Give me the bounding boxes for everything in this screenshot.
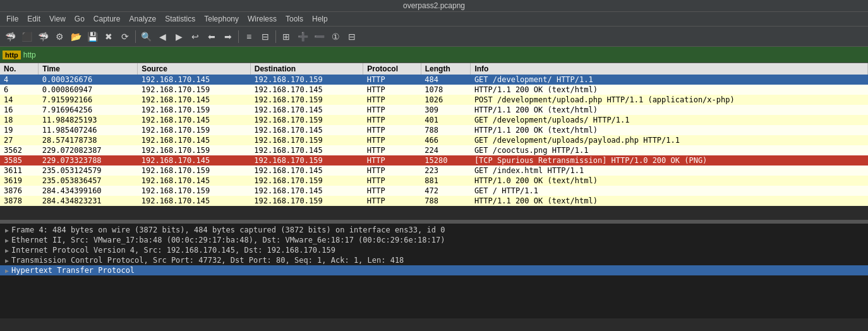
cell-info: GET / HTTP/1.1 [471,186,868,196]
detail-row[interactable]: ▶Internet Protocol Version 4, Src: 192.1… [0,245,868,255]
col-header-time[interactable]: Time [39,63,138,75]
cell-no: 3878 [0,196,39,206]
table-row[interactable]: 40.000326676192.168.170.145192.168.170.1… [0,75,868,85]
table-row[interactable]: 3876284.434399160192.168.170.159192.168.… [0,186,868,196]
detail-row[interactable]: ▶Transmission Control Protocol, Src Port… [0,255,868,265]
cell-length: 484 [421,75,471,85]
menu-item-statistics[interactable]: Statistics [161,13,199,25]
toolbar-btn-9[interactable]: 🔍 [138,29,154,44]
toolbar-btn-0[interactable]: 🦈 [3,29,18,44]
table-row[interactable]: 60.000860947192.168.170.159192.168.170.1… [0,85,868,95]
expand-icon[interactable]: ▶ [5,227,9,234]
toolbar-btn-14[interactable]: ➡ [220,29,236,44]
packet-table: No.TimeSourceDestinationProtocolLengthIn… [0,63,868,206]
detail-row[interactable]: ▶Frame 4: 484 bytes on wire (3872 bits),… [0,225,868,235]
menu-bar: FileEditViewGoCaptureAnalyzeStatisticsTe… [0,12,868,27]
cell-destination: 192.168.170.145 [250,145,363,155]
toolbar-btn-17[interactable]: ⊟ [258,29,273,44]
toolbar-btn-16[interactable]: ≡ [241,29,256,44]
toolbar-btn-22[interactable]: ① [328,29,343,44]
menu-item-analyze[interactable]: Analyze [126,13,160,25]
filter-input[interactable] [23,51,865,59]
cell-source: 192.168.170.145 [138,196,251,206]
toolbar-btn-13[interactable]: ⬅ [204,29,219,44]
toolbar-btn-20[interactable]: ➕ [295,29,310,44]
cell-source: 192.168.170.159 [138,145,251,155]
table-row[interactable]: 1911.985407246192.168.170.159192.168.170… [0,125,868,135]
filter-label: http [3,51,21,59]
menu-item-edit[interactable]: Edit [23,13,44,25]
toolbar-btn-4[interactable]: 📂 [68,29,83,44]
menu-item-view[interactable]: View [45,13,69,25]
cell-time: 235.053124579 [39,166,138,176]
col-header-destination[interactable]: Destination [250,63,363,75]
cell-destination: 192.168.170.145 [250,186,363,196]
menu-item-help[interactable]: Help [308,13,332,25]
cell-info: HTTP/1.1 200 OK (text/html) [471,105,868,115]
cell-no: 3619 [0,176,39,186]
cell-source: 192.168.170.159 [138,125,251,135]
toolbar-btn-19[interactable]: ⊞ [279,29,294,44]
cell-length: 223 [421,166,471,176]
toolbar-btn-3[interactable]: ⚙ [52,29,67,44]
table-row[interactable]: 167.916964256192.168.170.159192.168.170.… [0,105,868,115]
cell-no: 3611 [0,166,39,176]
toolbar-btn-12[interactable]: ↩ [188,29,203,44]
cell-info: GET /index.html HTTP/1.1 [471,166,868,176]
menu-item-tools[interactable]: Tools [282,13,307,25]
cell-protocol: HTTP [363,135,421,145]
toolbar-btn-11[interactable]: ▶ [171,29,186,44]
expand-icon[interactable]: ▶ [5,267,9,274]
menu-item-telephony[interactable]: Telephony [200,13,243,25]
expand-icon[interactable]: ▶ [5,247,9,254]
cell-no: 4 [0,75,39,85]
toolbar-btn-1[interactable]: ⬛ [19,29,34,44]
cell-protocol: HTTP [363,75,421,85]
table-row[interactable]: 2728.574178738192.168.170.145192.168.170… [0,135,868,145]
detail-row[interactable]: ▶Ethernet II, Src: VMware_17:ba:48 (00:0… [0,235,868,245]
menu-item-go[interactable]: Go [71,13,88,25]
toolbar-btn-23[interactable]: ⊟ [344,29,359,44]
table-row[interactable]: 1811.984825193192.168.170.145192.168.170… [0,115,868,125]
cell-protocol: HTTP [363,85,421,95]
window-title: overpass2.pcapng [403,1,465,10]
filter-bar: http [0,47,868,63]
toolbar-btn-6[interactable]: ✖ [101,29,116,44]
cell-info: POST /development/upload.php HTTP/1.1 (a… [471,95,868,105]
table-row[interactable]: 3878284.434823231192.168.170.145192.168.… [0,196,868,206]
table-row[interactable]: 147.915992166192.168.170.145192.168.170.… [0,95,868,105]
detail-text: Hypertext Transfer Protocol [11,266,135,275]
menu-item-capture[interactable]: Capture [90,13,124,25]
expand-icon[interactable]: ▶ [5,237,9,244]
detail-row[interactable]: ▶Hypertext Transfer Protocol [0,265,868,275]
cell-time: 11.984825193 [39,115,138,125]
menu-item-wireless[interactable]: Wireless [244,13,280,25]
detail-text: Transmission Control Protocol, Src Port:… [11,256,404,265]
table-row[interactable]: 3585229.073323788192.168.170.145192.168.… [0,155,868,166]
toolbar: 🦈⬛🦈⚙📂💾✖⟳🔍◀▶↩⬅➡≡⊟⊞➕➖①⊟ [0,27,868,47]
cell-destination: 192.168.170.159 [250,115,363,125]
col-header-length[interactable]: Length [421,63,471,75]
col-header-no.[interactable]: No. [0,63,39,75]
col-header-protocol[interactable]: Protocol [363,63,421,75]
menu-item-file[interactable]: File [3,13,22,25]
cell-info: HTTP/1.1 200 OK (text/html) [471,125,868,135]
cell-no: 18 [0,115,39,125]
cell-protocol: HTTP [363,196,421,206]
table-row[interactable]: 3611235.053124579192.168.170.159192.168.… [0,166,868,176]
toolbar-btn-21[interactable]: ➖ [311,29,327,44]
col-header-source[interactable]: Source [138,63,251,75]
toolbar-separator [275,30,276,43]
toolbar-btn-10[interactable]: ◀ [155,29,170,44]
cell-destination: 192.168.170.159 [250,75,363,85]
table-row[interactable]: 3619235.053836457192.168.170.145192.168.… [0,176,868,186]
toolbar-btn-2[interactable]: 🦈 [35,29,51,44]
col-header-info[interactable]: Info [471,63,868,75]
expand-icon[interactable]: ▶ [5,257,9,264]
table-row[interactable]: 3562229.072082387192.168.170.159192.168.… [0,145,868,155]
cell-no: 27 [0,135,39,145]
toolbar-btn-7[interactable]: ⟳ [118,29,133,44]
cell-source: 192.168.170.145 [138,95,251,105]
toolbar-btn-5[interactable]: 💾 [85,29,100,44]
cell-source: 192.168.170.159 [138,186,251,196]
